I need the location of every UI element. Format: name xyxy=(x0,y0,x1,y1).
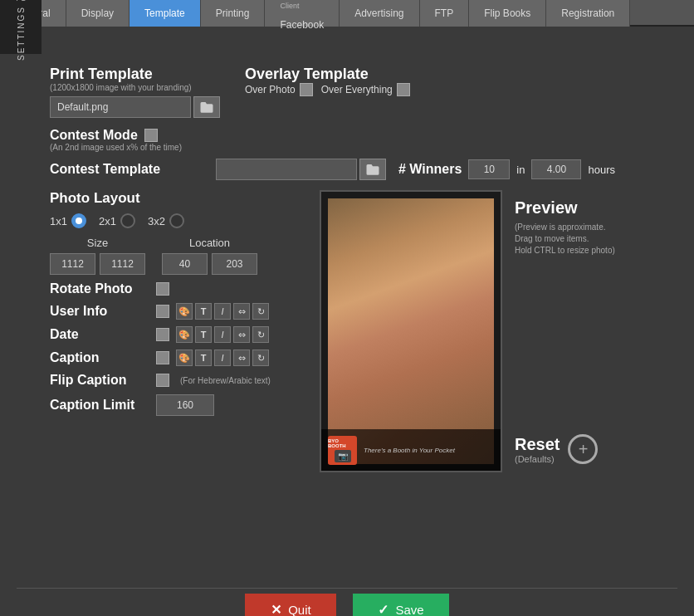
tab-display[interactable]: Display xyxy=(66,0,130,27)
layout-3x2-label: 3x2 xyxy=(148,215,165,227)
over-photo-checkbox[interactable] xyxy=(300,83,313,96)
contest-template-folder-btn[interactable] xyxy=(359,159,386,180)
hours-input[interactable] xyxy=(531,159,581,179)
overlay-options: Over Photo Over Everything xyxy=(245,83,410,96)
client-label: Client xyxy=(280,0,324,12)
size-group: Size xyxy=(50,237,145,275)
date-row: Date 🎨 T I ⇔ ↻ xyxy=(50,326,307,343)
user-info-align-btn[interactable]: ⇔ xyxy=(233,303,250,320)
save-button[interactable]: ✓ Save xyxy=(353,594,448,616)
user-info-refresh-btn[interactable]: ↻ xyxy=(252,303,269,320)
caption-refresh-btn[interactable]: ↻ xyxy=(252,350,269,366)
size-inputs xyxy=(50,253,145,275)
date-italic-btn[interactable]: I xyxy=(214,326,231,343)
print-template-section: Print Template (1200x1800 image with you… xyxy=(50,66,220,118)
print-template-file-group xyxy=(50,96,220,118)
user-info-italic-btn[interactable]: I xyxy=(214,303,231,320)
quit-button[interactable]: ✕ Quit xyxy=(245,594,336,616)
photo-layout-controls: Photo Layout 1x1 2x1 3x2 xyxy=(50,190,307,472)
caption-limit-input[interactable] xyxy=(156,394,214,416)
contest-mode-label: Contest Mode xyxy=(50,128,138,143)
layout-2x1-radio[interactable] xyxy=(120,213,135,228)
tab-bar: General Display Template Printing Client… xyxy=(0,0,694,27)
caption-align-btn[interactable]: ⇔ xyxy=(233,350,250,366)
tab-facebook[interactable]: Client Facebook xyxy=(265,0,340,27)
layout-1x1-radio[interactable] xyxy=(71,213,86,228)
settings-label: SETTINGS xyxy=(17,6,26,61)
settings-corner: F1 SETTINGS xyxy=(0,0,42,54)
save-check-icon: ✓ xyxy=(378,602,389,616)
caption-italic-btn[interactable]: I xyxy=(214,350,231,366)
user-info-checkbox[interactable] xyxy=(156,305,169,318)
winners-input[interactable] xyxy=(468,159,510,179)
tab-advertising[interactable]: Advertising xyxy=(340,0,419,27)
bottom-bar: ✕ Quit ✓ Save xyxy=(0,594,694,616)
tab-registration[interactable]: Registration xyxy=(546,0,630,27)
overlay-template-section: Overlay Template Over Photo Over Everyth… xyxy=(245,66,410,96)
quit-x-icon: ✕ xyxy=(271,602,281,616)
bottom-divider xyxy=(17,588,677,589)
caption-row: Caption 🎨 T I ⇔ ↻ xyxy=(50,350,307,366)
winners-label: # Winners xyxy=(398,162,462,177)
print-template-folder-btn[interactable] xyxy=(193,96,220,118)
caption-checkbox[interactable] xyxy=(156,351,169,364)
layout-3x2: 3x2 xyxy=(148,213,184,228)
contest-mode-sublabel: (An 2nd image used x% of the time) xyxy=(50,143,182,152)
quit-label: Quit xyxy=(288,603,311,616)
size-location-row: Size Location xyxy=(50,237,307,275)
date-palette-btn[interactable]: 🎨 xyxy=(176,326,193,343)
date-checkbox[interactable] xyxy=(156,328,169,341)
reset-sub: (Defaults) xyxy=(515,454,560,464)
preview-sub: (Preview is approximate.Drag to move ite… xyxy=(515,222,615,257)
contest-template-row: Contest Template # Winners in hours xyxy=(50,159,677,180)
print-template-sublabel: (1200x1800 image with your branding) xyxy=(50,83,220,92)
date-refresh-btn[interactable]: ↻ xyxy=(252,326,269,343)
tab-printing[interactable]: Printing xyxy=(201,0,266,27)
date-align-btn[interactable]: ⇔ xyxy=(233,326,250,343)
over-everything-checkbox[interactable] xyxy=(397,83,410,96)
layout-3x2-radio[interactable] xyxy=(169,213,184,228)
user-info-label: User Info xyxy=(50,304,149,319)
caption-label: Caption xyxy=(50,350,149,365)
tab-facebook-label: Facebook xyxy=(280,19,324,31)
photo-bottom-bar: BYO BOOTH 📷 There's a Booth in Your Pock… xyxy=(321,429,501,471)
over-photo-option: Over Photo xyxy=(245,83,313,96)
f1-label: F1 xyxy=(16,0,26,2)
over-photo-label: Over Photo xyxy=(245,84,296,95)
user-info-bold-btn[interactable]: T xyxy=(195,303,212,320)
reset-button[interactable] xyxy=(568,434,598,464)
photo-logo: BYO BOOTH 📷 xyxy=(328,436,357,465)
layout-1x1: 1x1 xyxy=(50,213,86,228)
rotate-photo-checkbox[interactable] xyxy=(156,282,169,296)
layout-options: 1x1 2x1 3x2 xyxy=(50,213,307,228)
print-template-input[interactable] xyxy=(50,96,191,118)
location-y-input[interactable] xyxy=(212,253,257,275)
date-bold-btn[interactable]: T xyxy=(195,326,212,343)
user-info-palette-btn[interactable]: 🎨 xyxy=(176,303,193,320)
caption-limit-row: Caption Limit xyxy=(50,394,307,416)
caption-bold-btn[interactable]: T xyxy=(195,350,212,366)
rotate-photo-label: Rotate Photo xyxy=(50,281,149,296)
location-group: Location xyxy=(162,237,257,275)
contest-mode-checkbox[interactable] xyxy=(144,129,158,142)
reset-label: Reset xyxy=(515,435,560,454)
reset-text-area: Reset (Defaults) xyxy=(515,435,560,464)
caption-palette-btn[interactable]: 🎨 xyxy=(176,350,193,366)
size-width-input[interactable] xyxy=(50,253,95,275)
flip-caption-label: Flip Caption xyxy=(50,373,149,388)
preview-title: Preview xyxy=(515,198,615,218)
overlay-template-label: Overlay Template xyxy=(245,66,410,83)
location-inputs xyxy=(162,253,257,275)
flip-caption-checkbox[interactable] xyxy=(156,374,169,387)
tab-flipbooks[interactable]: Flip Books xyxy=(469,0,546,27)
preview-and-reset: Preview (Preview is approximate.Drag to … xyxy=(515,190,615,472)
photo-layout-area: Photo Layout 1x1 2x1 3x2 xyxy=(50,190,677,472)
print-template-label: Print Template xyxy=(50,66,220,83)
layout-2x1-label: 2x1 xyxy=(99,215,116,227)
location-x-input[interactable] xyxy=(162,253,208,275)
size-height-input[interactable] xyxy=(100,253,145,275)
tab-ftp[interactable]: FTP xyxy=(420,0,470,27)
tab-template[interactable]: Template xyxy=(130,0,201,27)
preview-label-area: Preview (Preview is approximate.Drag to … xyxy=(515,198,615,257)
contest-template-input[interactable] xyxy=(216,159,357,180)
